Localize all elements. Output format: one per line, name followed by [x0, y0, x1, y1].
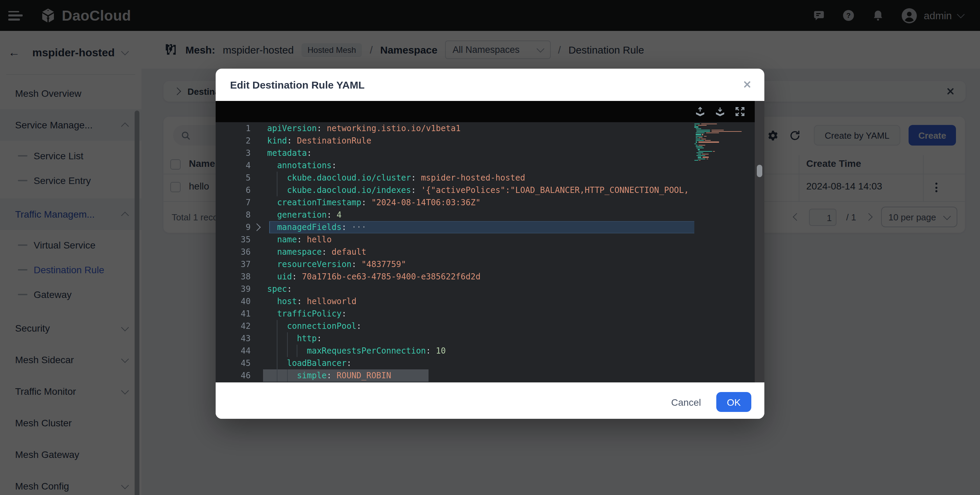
minimap-line	[703, 157, 709, 158]
minimap-line	[702, 139, 706, 140]
modal-footer: Cancel OK	[216, 382, 764, 419]
minimap-line	[697, 125, 707, 126]
indent-guide	[277, 171, 278, 184]
code-text: host: helloworld	[277, 295, 356, 308]
minimap-line	[695, 134, 701, 135]
code-line-36[interactable]: 36namespace: default	[216, 246, 694, 258]
code-line-43[interactable]: 43http:	[216, 332, 694, 345]
line-number: 35	[216, 233, 251, 246]
indent-guide	[287, 332, 288, 345]
line-number: 41	[216, 308, 251, 320]
code-text: simple: ROUND_ROBIN	[297, 370, 391, 382]
minimap-line	[698, 157, 702, 158]
code-line-9[interactable]: 9managedFields: ···	[216, 221, 694, 233]
code-line-41[interactable]: 41trafficPolicy:	[216, 308, 694, 320]
minimap-line	[713, 151, 715, 152]
code-line-3[interactable]: 3metadata:	[216, 147, 694, 159]
line-number: 4	[216, 159, 251, 171]
code-text: annotations:	[277, 159, 337, 171]
line-number: 7	[216, 196, 251, 209]
line-number: 1	[216, 122, 251, 135]
minimap-line	[703, 136, 706, 136]
code-line-38[interactable]: 38uid: 70a1716b-ce63-4785-9400-e385622f6…	[216, 270, 694, 283]
minimap-line	[695, 128, 702, 129]
minimap-line	[694, 160, 698, 161]
minimap-line	[696, 152, 703, 154]
minimap-line	[694, 125, 696, 126]
minimap-line	[696, 130, 710, 131]
code-area[interactable]: 1apiVersion: networking.istio.io/v1beta1…	[216, 122, 694, 382]
minimap-line	[706, 133, 719, 133]
code-line-2[interactable]: 2kind: DestinationRule	[216, 135, 694, 147]
line-number: 37	[216, 258, 251, 270]
code-line-5[interactable]: 5ckube.daocloud.io/cluster: mspider-host…	[216, 171, 694, 184]
editor-toolbar	[216, 101, 764, 122]
code-line-4[interactable]: 4annotations:	[216, 159, 694, 171]
upload-icon[interactable]	[694, 106, 706, 117]
minimap-line	[695, 145, 697, 146]
minimap-line	[696, 155, 705, 156]
fullscreen-icon[interactable]	[734, 106, 746, 117]
line-number: 6	[216, 184, 251, 196]
code-line-1[interactable]: 1apiVersion: networking.istio.io/v1beta1	[216, 122, 694, 135]
code-text: spec:	[267, 283, 292, 295]
code-text: maxRequestsPerConnection: 10	[307, 345, 446, 357]
line-number: 45	[216, 357, 251, 370]
minimap-line	[694, 143, 696, 144]
line-number: 46	[216, 370, 251, 382]
code-line-40[interactable]: 40host: helloworld	[216, 295, 694, 308]
line-number: 40	[216, 295, 251, 308]
minimap-line	[699, 151, 712, 152]
minimap-line	[702, 154, 709, 155]
line-number: 9	[216, 221, 251, 233]
minimap-line	[695, 142, 697, 143]
minimap-line	[695, 146, 703, 147]
code-line-42[interactable]: 42connectionPool:	[216, 320, 694, 332]
yaml-editor[interactable]: 1apiVersion: networking.istio.io/v1beta1…	[216, 122, 764, 382]
close-icon[interactable]	[743, 80, 752, 89]
code-line-44[interactable]: 44maxRequestsPerConnection: 10	[216, 345, 694, 357]
app-root: DaoCloud ? admin	[0, 0, 980, 495]
minimap-line	[711, 130, 724, 131]
minimap-line	[698, 154, 701, 155]
cancel-button[interactable]: Cancel	[665, 393, 707, 412]
code-text: generation: 4	[277, 209, 342, 221]
minimap-line	[698, 142, 719, 143]
code-text: managedFields: ···	[277, 221, 366, 233]
code-line-37[interactable]: 37resourceVersion: "4837759"	[216, 258, 694, 270]
ok-button[interactable]: OK	[716, 392, 751, 412]
minimap-line	[699, 145, 705, 146]
code-line-39[interactable]: 39spec:	[216, 283, 694, 295]
line-number: 36	[216, 246, 251, 258]
code-line-7[interactable]: 7creationTimestamp: "2024-08-14T06:03:36…	[216, 196, 694, 209]
minimap-line	[701, 124, 717, 125]
code-line-35[interactable]: 35name: hello	[216, 233, 694, 246]
line-number: 44	[216, 345, 251, 357]
code-text: resourceVersion: "4837759"	[277, 258, 406, 270]
line-number: 42	[216, 320, 251, 332]
minimap-line	[711, 131, 742, 132]
editor-scrollbar[interactable]	[755, 101, 764, 382]
editor-minimap[interactable]	[694, 122, 753, 382]
fold-arrow-icon[interactable]	[253, 224, 261, 232]
indent-guide	[277, 370, 278, 382]
code-text: metadata:	[267, 147, 312, 159]
code-line-45[interactable]: 45loadBalancer:	[216, 357, 694, 370]
minimap-line	[702, 134, 703, 135]
code-line-46[interactable]: 46simple: ROUND_ROBIN	[216, 370, 694, 382]
line-number: 38	[216, 270, 251, 283]
code-text: name: hello	[277, 233, 332, 246]
download-icon[interactable]	[714, 106, 726, 117]
editor-scrollbar-thumb[interactable]	[757, 165, 762, 177]
code-line-6[interactable]: 6ckube.daocloud.io/indexes: '{"activePol…	[216, 184, 694, 196]
code-text: kind: DestinationRule	[267, 135, 371, 147]
code-line-8[interactable]: 8generation: 4	[216, 209, 694, 221]
indent-guide	[277, 184, 278, 196]
line-number: 8	[216, 209, 251, 221]
indent-guide	[287, 370, 288, 382]
indent-guide	[277, 345, 278, 357]
line-number: 2	[216, 135, 251, 147]
code-text: http:	[297, 332, 322, 345]
modal-title: Edit Destination Rule YAML	[230, 79, 365, 90]
edit-yaml-modal: Edit Destination Rule YAML 1apiVersion: …	[216, 69, 764, 419]
